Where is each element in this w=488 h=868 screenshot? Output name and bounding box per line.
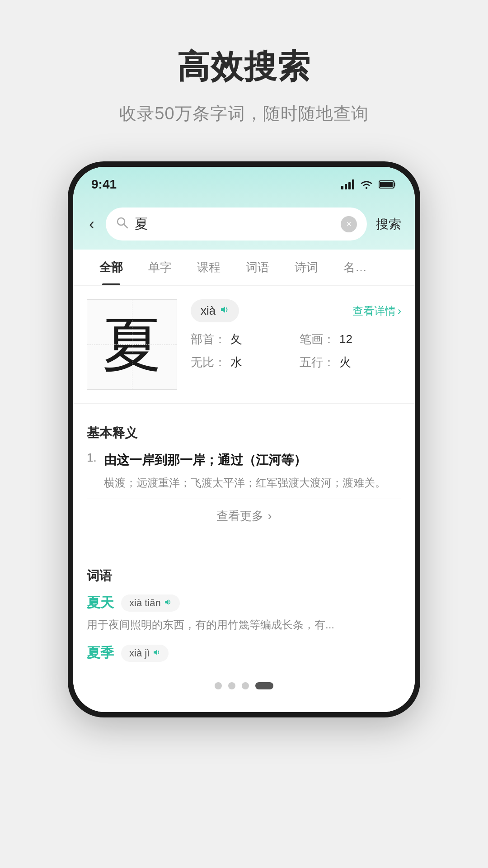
chevron-right-icon-more: ›	[268, 509, 272, 523]
pinyin-row: xià 查看详情 ›	[191, 299, 401, 322]
word-title-row-1: 夏天 xià tiān	[87, 594, 401, 612]
word-item-2: 夏季 xià jì	[87, 644, 401, 662]
battery-icon	[379, 179, 397, 189]
character-image-box: 夏	[87, 299, 177, 390]
wuxing-label: 五行：	[300, 354, 335, 370]
tab-famous[interactable]: 名人名...	[331, 250, 376, 285]
status-bar: 9:41	[73, 167, 415, 198]
dot-1	[215, 682, 222, 689]
dot-2	[228, 682, 235, 689]
phone-screen: 9:41	[73, 167, 415, 712]
wifi-icon	[360, 179, 373, 189]
phone-mockup: 9:41	[68, 161, 420, 717]
search-input-value: 夏	[135, 215, 334, 233]
search-area: ‹ 夏 × 搜索	[73, 198, 415, 250]
word-pinyin-text-1: xià tiān	[129, 597, 161, 609]
status-time: 9:41	[91, 177, 117, 192]
sound-icon[interactable]	[219, 305, 229, 317]
word-desc-1: 用于夜间照明的东西，有的用竹篾等编成长条，有...	[87, 617, 401, 633]
search-box[interactable]: 夏 ×	[106, 208, 367, 241]
page-title: 高效搜索	[177, 45, 311, 89]
tab-all[interactable]: 全部	[87, 250, 136, 285]
dot-4-active	[255, 682, 273, 689]
svg-rect-2	[380, 182, 393, 187]
wubi-value: 水	[230, 354, 242, 370]
bushou-attr: 部首： 夂	[191, 331, 292, 347]
svg-line-4	[124, 224, 127, 228]
word-char-1: 夏天	[87, 594, 114, 612]
word-title-row-2: 夏季 xià jì	[87, 644, 401, 662]
page-subtitle: 收录50万条字词，随时随地查询	[119, 102, 368, 125]
search-icon	[116, 216, 128, 232]
pinyin-text: xià	[201, 304, 216, 318]
tab-character[interactable]: 单字	[136, 250, 184, 285]
tab-word[interactable]: 词语	[233, 250, 282, 285]
word-pinyin-text-2: xià jì	[129, 647, 150, 659]
wubi-attr: 无比： 水	[191, 354, 292, 370]
search-clear-button[interactable]: ×	[341, 216, 357, 232]
word-pinyin-badge-1[interactable]: xià tiān	[121, 594, 180, 612]
word-pinyin-badge-2[interactable]: xià jì	[121, 645, 169, 662]
character-card: 夏 xià 查看详情 ›	[73, 286, 415, 404]
definitions-title: 基本释义	[87, 425, 401, 442]
word-sound-icon-2	[152, 647, 160, 659]
def-main-text: 由这一岸到那一岸；通过（江河等）	[104, 451, 401, 470]
svg-point-0	[366, 187, 367, 189]
bihua-label: 笔画：	[300, 331, 335, 347]
word-char-2: 夏季	[87, 644, 114, 662]
bushou-label: 部首：	[191, 331, 226, 347]
word-item-1: 夏天 xià tiān 用于夜间照明的东西，有的用竹篾等编成长条，有...	[87, 594, 401, 633]
wuxing-value: 火	[339, 354, 351, 370]
character-grid-lines	[87, 300, 177, 389]
def-number: 1.	[87, 451, 97, 491]
bushou-value: 夂	[230, 331, 242, 347]
pinyin-badge[interactable]: xià	[191, 299, 239, 322]
pagination-dots	[87, 673, 401, 698]
detail-link[interactable]: 查看详情 ›	[352, 304, 401, 318]
signal-icon	[341, 179, 354, 189]
character-info: xià 查看详情 › 部	[191, 299, 401, 390]
bihua-value: 12	[339, 332, 352, 346]
words-section-title: 词语	[87, 567, 401, 585]
wuxing-attr: 五行： 火	[300, 354, 401, 370]
tabs-bar: 全部 单字 课程 词语 诗词 名人名...	[73, 250, 415, 286]
back-button[interactable]: ‹	[87, 212, 97, 236]
word-sound-icon-1	[164, 597, 172, 609]
bihua-attr: 笔画： 12	[300, 331, 401, 347]
definition-item: 1. 由这一岸到那一岸；通过（江河等） 横渡；远渡重洋；飞渡太平洋；红军强渡大渡…	[87, 451, 401, 491]
def-example-text: 横渡；远渡重洋；飞渡太平洋；红军强渡大渡河；渡难关。	[104, 474, 401, 491]
words-section: 词语 夏天 xià tiān 用于夜间照明的东西，有	[73, 554, 415, 712]
search-submit-button[interactable]: 搜索	[376, 216, 401, 233]
chevron-right-icon: ›	[398, 305, 401, 317]
tab-course[interactable]: 课程	[184, 250, 233, 285]
detail-link-text: 查看详情	[352, 304, 396, 318]
definitions-section: 基本释义 1. 由这一岸到那一岸；通过（江河等） 横渡；远渡重洋；飞渡太平洋；红…	[73, 411, 415, 547]
see-more-text: 查看更多	[216, 508, 263, 524]
tab-poem[interactable]: 诗词	[282, 250, 331, 285]
dot-3	[242, 682, 249, 689]
def-content: 由这一岸到那一岸；通过（江河等） 横渡；远渡重洋；飞渡太平洋；红军强渡大渡河；渡…	[104, 451, 401, 491]
wubi-label: 无比：	[191, 354, 226, 370]
see-more-button[interactable]: 查看更多 ›	[87, 499, 401, 533]
character-attributes: 部首： 夂 笔画： 12 无比： 水 五行： 火	[191, 331, 401, 370]
status-icons	[341, 179, 397, 189]
